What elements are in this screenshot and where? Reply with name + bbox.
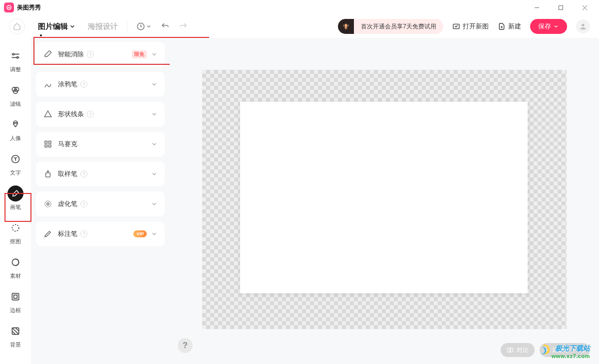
- text-icon: [7, 151, 23, 167]
- vip-trial-pill[interactable]: 首次开通会员享7天免费试用: [338, 19, 443, 34]
- svg-point-23: [47, 203, 49, 205]
- doodle-icon: [43, 80, 53, 89]
- panel-card-doodle[interactable]: 涂鸦笔 ?: [36, 72, 165, 97]
- rail-item-matting[interactable]: 抠图: [5, 220, 26, 245]
- filter-icon: [7, 82, 23, 98]
- new-file-icon: [498, 22, 506, 30]
- rail-item-text[interactable]: 文字: [5, 151, 26, 177]
- rail-label: 人像: [10, 135, 21, 142]
- help-icon[interactable]: ?: [80, 230, 87, 237]
- svg-rect-24: [508, 348, 510, 352]
- help-icon[interactable]: ?: [87, 51, 94, 58]
- zoom-value: 100%: [552, 347, 568, 354]
- redo-button[interactable]: [179, 22, 188, 31]
- mode-tab-label: 图片编辑: [38, 22, 68, 31]
- matting-icon: [7, 220, 23, 236]
- panel-card-smart-erase[interactable]: 智能消除 ? 限免: [36, 42, 165, 67]
- help-icon[interactable]: ?: [80, 81, 87, 88]
- window-maximize[interactable]: [553, 2, 568, 12]
- mode-tab-poster-design[interactable]: 海报设计: [88, 22, 118, 31]
- left-rail: 调整 滤镜 人像 文字 画笔 抠图 素材 边框: [0, 38, 31, 364]
- sample-icon: [43, 170, 53, 179]
- compare-label: 对比: [517, 346, 529, 355]
- rail-item-brush[interactable]: 画笔: [5, 185, 26, 211]
- shape-icon: [43, 110, 53, 119]
- open-label: 打开新图: [463, 22, 489, 31]
- panel-card-sample[interactable]: 取样笔 ?: [36, 162, 165, 186]
- panel-card-shape[interactable]: 形状线条 ?: [36, 102, 165, 127]
- window-close[interactable]: [577, 2, 592, 12]
- svg-point-10: [16, 123, 17, 124]
- chevron-down-icon: [151, 111, 158, 118]
- diamond-icon: [338, 19, 354, 34]
- chevron-down-icon: [553, 23, 559, 29]
- expand-icon[interactable]: [579, 347, 585, 353]
- mode-tab-label: 海报设计: [88, 22, 118, 31]
- panel-card-blur[interactable]: 虚化笔 ?: [36, 191, 165, 216]
- import-icon: [452, 22, 460, 30]
- svg-point-4: [12, 53, 14, 55]
- svg-rect-15: [14, 295, 17, 299]
- chevron-down-icon: [151, 51, 158, 58]
- chevron-down-icon: [151, 230, 158, 237]
- open-image-button[interactable]: 打开新图: [452, 22, 489, 31]
- rail-label: 滤镜: [10, 100, 21, 108]
- svg-point-12: [12, 224, 18, 231]
- zoom-control[interactable]: − 100% +: [540, 343, 590, 357]
- portrait-icon: [7, 117, 23, 133]
- help-icon[interactable]: ?: [80, 200, 87, 207]
- rail-item-frame[interactable]: 边框: [5, 289, 26, 314]
- title-bar: 美图秀秀: [0, 0, 599, 15]
- window-minimize[interactable]: [529, 2, 544, 12]
- history-button[interactable]: [136, 22, 152, 31]
- user-avatar[interactable]: [576, 19, 590, 33]
- rail-item-material[interactable]: 素材: [5, 254, 26, 280]
- rail-item-background[interactable]: 背景: [5, 323, 26, 349]
- canvas-document[interactable]: [240, 102, 528, 293]
- undo-button[interactable]: [161, 22, 170, 31]
- rail-item-adjust[interactable]: 调整: [5, 48, 26, 73]
- mosaic-icon: [43, 140, 53, 149]
- svg-point-22: [45, 201, 51, 207]
- toolbar: 图片编辑 海报设计 首次开通会员享7天免费试用 打开新图: [0, 15, 599, 38]
- rail-label: 画笔: [10, 203, 21, 211]
- svg-rect-25: [511, 348, 513, 352]
- brush-tool-panel: 智能消除 ? 限免 涂鸦笔 ? 形状线条 ? 马赛克 取样笔 ?: [31, 38, 170, 364]
- home-button[interactable]: [9, 18, 25, 34]
- canvas-checkerboard[interactable]: [202, 70, 567, 329]
- chevron-down-icon: [151, 141, 158, 148]
- toolbar-separator: [127, 21, 127, 31]
- compare-button[interactable]: 对比: [501, 343, 535, 357]
- panel-label: 智能消除: [58, 50, 84, 59]
- chevron-down-icon: [151, 200, 158, 207]
- canvas-area: [170, 38, 599, 364]
- rail-item-filter[interactable]: 滤镜: [5, 82, 26, 108]
- zoom-in-icon[interactable]: +: [572, 347, 575, 354]
- sliders-icon: [7, 48, 23, 64]
- svg-point-9: [14, 123, 15, 124]
- help-icon[interactable]: ?: [87, 111, 94, 118]
- svg-rect-21: [46, 173, 50, 177]
- mode-tab-image-edit[interactable]: 图片编辑: [38, 22, 76, 31]
- panel-card-mosaic[interactable]: 马赛克: [36, 132, 165, 157]
- annotate-icon: [43, 229, 53, 238]
- app-title: 美图秀秀: [17, 3, 41, 12]
- rail-item-portrait[interactable]: 人像: [5, 117, 26, 142]
- frame-icon: [7, 289, 23, 305]
- save-button[interactable]: 保存: [530, 19, 567, 34]
- panel-label: 涂鸦笔: [58, 80, 77, 89]
- rail-label: 文字: [10, 169, 21, 177]
- svg-rect-19: [45, 145, 47, 148]
- help-icon[interactable]: ?: [80, 171, 87, 178]
- trial-badge: 限免: [132, 50, 147, 58]
- new-button[interactable]: 新建: [498, 22, 521, 31]
- main-area: 调整 滤镜 人像 文字 画笔 抠图 素材 边框: [0, 38, 599, 364]
- rail-label: 调整: [10, 66, 21, 73]
- zoom-out-icon[interactable]: −: [545, 347, 548, 354]
- panel-label: 虚化笔: [58, 199, 77, 208]
- help-fab[interactable]: ?: [178, 338, 193, 353]
- panel-label: 形状线条: [58, 110, 84, 119]
- svg-rect-20: [49, 145, 51, 148]
- panel-card-annotate[interactable]: 标注笔 ? VIP: [36, 221, 165, 246]
- background-icon: [7, 323, 23, 339]
